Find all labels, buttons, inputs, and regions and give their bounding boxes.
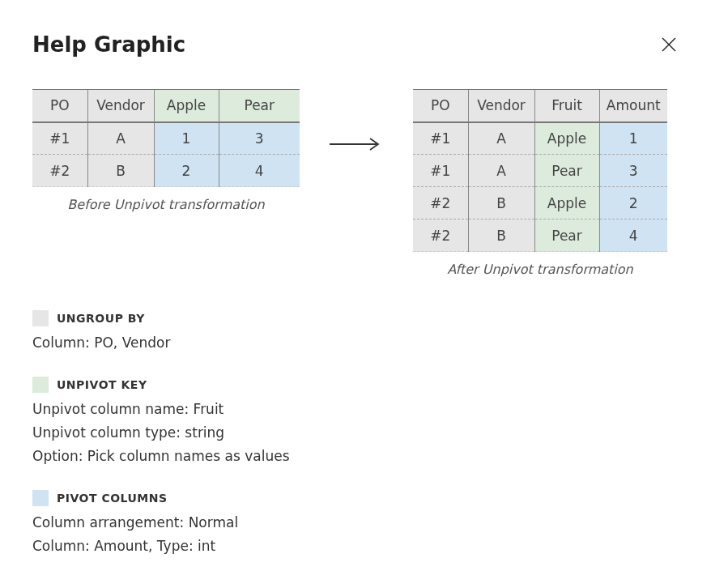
legend-title: UNPIVOT KEY [57, 376, 147, 394]
legend-ungroup-by: UNGROUP BY Column: PO, Vendor [32, 309, 679, 355]
before-table: PO Vendor Apple Pear #1 A 1 3 #2 [32, 89, 300, 187]
cell: Pear [534, 155, 599, 187]
before-header-po: PO [32, 90, 87, 122]
page-title: Help Graphic [32, 32, 185, 57]
table-row: #1 A Pear 3 [413, 155, 667, 187]
table-row: #2 B 2 4 [32, 155, 300, 187]
cell: 3 [599, 155, 667, 187]
legend-detail: Column: PO, Vendor [32, 332, 679, 354]
arrow-right-icon [328, 136, 385, 152]
swatch-blue-icon [32, 490, 49, 506]
after-header-amount: Amount [599, 90, 667, 122]
table-row: #2 B Pear 4 [413, 219, 667, 252]
cell: #1 [413, 122, 468, 155]
after-table-block: PO Vendor Fruit Amount #1 A Apple 1 #1 [413, 89, 667, 277]
cell: Apple [534, 122, 599, 155]
cell: Apple [534, 187, 599, 219]
swatch-green-icon [32, 377, 49, 393]
before-header-pear: Pear [219, 90, 300, 122]
cell: 2 [599, 187, 667, 219]
legend-title: PIVOT COLUMNS [57, 489, 168, 507]
after-header-vendor: Vendor [468, 90, 534, 122]
cell: Pear [534, 219, 599, 252]
help-graphic-panel: Help Graphic PO Vendor Apple Pear [0, 0, 711, 588]
before-table-block: PO Vendor Apple Pear #1 A 1 3 #2 [32, 89, 300, 212]
after-header-fruit: Fruit [534, 90, 599, 122]
legend-unpivot-key: UNPIVOT KEY Unpivot column name: Fruit U… [32, 376, 679, 468]
legend-pivot-columns: PIVOT COLUMNS Column arrangement: Normal… [32, 489, 679, 558]
cell: #1 [32, 122, 87, 155]
legend-detail: Option: Pick column names as values [32, 445, 679, 467]
after-header-po: PO [413, 90, 468, 122]
table-row: #1 A Apple 1 [413, 122, 667, 155]
cell: B [87, 155, 154, 187]
legend-detail: Column arrangement: Normal [32, 512, 679, 534]
arrow [324, 136, 389, 152]
cell: A [87, 122, 154, 155]
after-caption: After Unpivot transformation [447, 262, 632, 277]
cell: #2 [413, 219, 468, 252]
legend-title: UNGROUP BY [57, 309, 145, 327]
cell: #2 [413, 187, 468, 219]
cell: 4 [219, 155, 300, 187]
legend-detail: Column: Amount, Type: int [32, 535, 679, 557]
cell: #2 [32, 155, 87, 187]
before-header-apple: Apple [154, 90, 219, 122]
cell: 3 [219, 122, 300, 155]
legend-detail: Unpivot column name: Fruit [32, 398, 679, 420]
cell: #1 [413, 155, 468, 187]
cell: A [468, 155, 534, 187]
cell: 2 [154, 155, 219, 187]
cell: A [468, 122, 534, 155]
cell: B [468, 219, 534, 252]
before-header-vendor: Vendor [87, 90, 154, 122]
cell: 1 [154, 122, 219, 155]
legend: UNGROUP BY Column: PO, Vendor UNPIVOT KE… [32, 309, 679, 557]
close-button[interactable] [659, 35, 679, 54]
close-icon [661, 36, 677, 53]
after-table: PO Vendor Fruit Amount #1 A Apple 1 #1 [413, 89, 667, 252]
cell: 1 [599, 122, 667, 155]
header: Help Graphic [32, 32, 679, 57]
tables-row: PO Vendor Apple Pear #1 A 1 3 #2 [32, 89, 679, 277]
cell: 4 [599, 219, 667, 252]
cell: B [468, 187, 534, 219]
legend-detail: Unpivot column type: string [32, 422, 679, 444]
table-row: #2 B Apple 2 [413, 187, 667, 219]
table-row: #1 A 1 3 [32, 122, 300, 155]
swatch-gray-icon [32, 310, 49, 326]
before-caption: Before Unpivot transformation [67, 197, 264, 212]
